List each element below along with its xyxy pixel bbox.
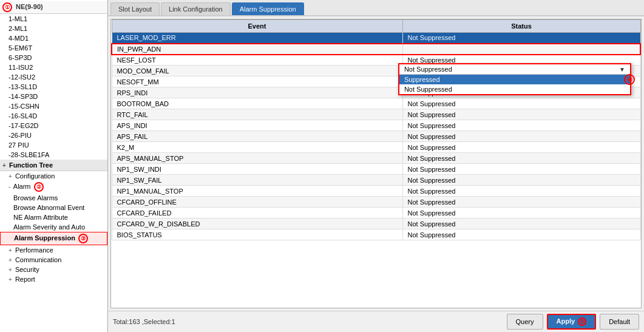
report-expand-icon: + bbox=[8, 276, 12, 283]
table-row[interactable]: APS_FAILNot Suppressed bbox=[112, 131, 640, 142]
function-tree-expand-icon: + bbox=[2, 162, 6, 169]
sidebar-item-14sp3d[interactable]: -14-SP3D bbox=[0, 92, 107, 101]
cell-status[interactable]: Not Suppressed bbox=[402, 98, 640, 109]
sidebar-item-communication[interactable]: + Communication bbox=[0, 255, 107, 265]
cell-event: NESOFT_MM bbox=[112, 76, 402, 87]
cell-status[interactable]: Not Suppressed bbox=[402, 120, 640, 131]
tab-slot-layout[interactable]: Slot Layout bbox=[110, 2, 160, 15]
security-expand-icon: + bbox=[8, 266, 12, 273]
cell-event: NESF_LOST bbox=[112, 55, 402, 66]
apply-button[interactable]: Apply ⑤ bbox=[547, 314, 597, 330]
sidebar-function-tree[interactable]: + Function Tree bbox=[0, 160, 107, 171]
alarm-suppression-table: Event Status LASER_MOD_ERRNot Suppressed… bbox=[111, 19, 641, 240]
table-row[interactable]: BOOTROM_BADNot Suppressed bbox=[112, 98, 640, 109]
tab-link-configuration[interactable]: Link Configuration bbox=[161, 2, 231, 15]
cell-status[interactable]: Not Suppressed bbox=[402, 175, 640, 186]
table-row[interactable]: CFCARD_FAILEDNot Suppressed bbox=[112, 208, 640, 219]
sidebar-ne-label[interactable]: ① NE(9-90) bbox=[0, 1, 107, 14]
cell-event: NP1_SW_FAIL bbox=[112, 175, 402, 186]
sidebar-item-13sl1d[interactable]: -13-SL1D bbox=[0, 82, 107, 92]
table-scroll[interactable]: Event Status LASER_MOD_ERRNot Suppressed… bbox=[111, 19, 641, 307]
cell-status[interactable]: Not Suppressed bbox=[402, 131, 640, 142]
cell-event: NP1_SW_INDI bbox=[112, 164, 402, 175]
status-dropdown[interactable]: Not Suppressed ▼ Suppressed Not Suppress… bbox=[398, 63, 631, 95]
cell-event: IN_PWR_ADN bbox=[112, 44, 402, 55]
alarm-expand-icon: - bbox=[8, 183, 10, 190]
annotation-2: ② bbox=[34, 182, 44, 192]
sidebar-item-11isu2[interactable]: 11-ISU2 bbox=[0, 63, 107, 72]
sidebar-item-configuration[interactable]: + Configuration bbox=[0, 171, 107, 181]
annotation-4: ④ bbox=[624, 74, 635, 85]
cell-event: BOOTROM_BAD bbox=[112, 98, 402, 109]
table-container: Event Status LASER_MOD_ERRNot Suppressed… bbox=[110, 19, 642, 308]
cell-event: MOD_COM_FAIL bbox=[112, 66, 402, 76]
annotation-1: ① bbox=[2, 2, 12, 12]
cell-event: CFCARD_FAILED bbox=[112, 208, 402, 219]
cell-status[interactable]: Not Suppressed bbox=[402, 164, 640, 175]
sidebar-item-17eg2d[interactable]: -17-EG2D bbox=[0, 121, 107, 130]
tab-alarm-suppression[interactable]: Alarm Suppression bbox=[232, 2, 304, 15]
cell-status[interactable]: Not Suppressed bbox=[402, 208, 640, 219]
table-row[interactable]: CFCARD_OFFLINENot Suppressed bbox=[112, 197, 640, 208]
cell-status[interactable]: Not Suppressed bbox=[402, 153, 640, 164]
dropdown-option-not-suppressed[interactable]: Not Suppressed bbox=[399, 84, 630, 94]
table-row[interactable]: LASER_MOD_ERRNot Suppressed bbox=[112, 33, 640, 44]
sidebar-item-4md1[interactable]: 4-MD1 bbox=[0, 33, 107, 43]
sidebar-item-security[interactable]: + Security bbox=[0, 265, 107, 274]
sidebar-item-browse-abnormal[interactable]: Browse Abnormal Event bbox=[0, 203, 107, 212]
table-row[interactable]: K2_MNot Suppressed bbox=[112, 142, 640, 153]
status-text: Total:163 ,Selected:1 bbox=[113, 318, 175, 325]
sidebar-item-report[interactable]: + Report bbox=[0, 274, 107, 284]
sidebar-item-15cshn[interactable]: -15-CSHN bbox=[0, 101, 107, 111]
sidebar-item-browse-alarms[interactable]: Browse Alarms bbox=[0, 193, 107, 203]
cell-status[interactable] bbox=[402, 44, 640, 55]
cell-event: LASER_MOD_ERR bbox=[112, 33, 402, 44]
annotation-3: ③ bbox=[78, 234, 88, 243]
table-row[interactable]: NP1_MANUAL_STOPNot Suppressed bbox=[112, 186, 640, 197]
cell-status[interactable]: Not Suppressed bbox=[402, 33, 640, 44]
sidebar-item-16sl4d[interactable]: -16-SL4D bbox=[0, 111, 107, 121]
bottom-bar: Total:163 ,Selected:1 Query Apply ⑤ Defa… bbox=[108, 311, 644, 332]
sidebar-item-12isu2[interactable]: -12-ISU2 bbox=[0, 72, 107, 82]
table-row[interactable]: CFCARD_W_R_DISABLEDNot Suppressed bbox=[112, 219, 640, 229]
default-button[interactable]: Default bbox=[600, 314, 639, 330]
sidebar-item-26piu[interactable]: -26-PIU bbox=[0, 130, 107, 140]
dropdown-current-value: Not Suppressed bbox=[404, 66, 452, 73]
main-content: Slot Layout Link Configuration Alarm Sup… bbox=[108, 0, 644, 332]
table-row[interactable]: NP1_SW_INDINot Suppressed bbox=[112, 164, 640, 175]
cell-status[interactable]: Not Suppressed bbox=[402, 142, 640, 153]
table-row[interactable]: IN_PWR_ADN bbox=[112, 44, 640, 55]
cell-status[interactable]: Not Suppressed bbox=[402, 229, 640, 240]
configuration-expand-icon: + bbox=[8, 173, 12, 180]
sidebar-item-27piu[interactable]: 27 PIU bbox=[0, 140, 107, 150]
dropdown-top-row[interactable]: Not Suppressed ▼ bbox=[399, 64, 630, 75]
sidebar-item-alarm[interactable]: - Alarm ② bbox=[0, 181, 107, 193]
table-row[interactable]: APS_MANUAL_STOPNot Suppressed bbox=[112, 153, 640, 164]
table-row[interactable]: APS_INDINot Suppressed bbox=[112, 120, 640, 131]
sidebar-item-28sl[interactable]: -28-SLBE1FA bbox=[0, 150, 107, 160]
sidebar-item-alarm-severity[interactable]: Alarm Severity and Auto bbox=[0, 222, 107, 232]
cell-event: APS_MANUAL_STOP bbox=[112, 153, 402, 164]
sidebar-item-6sp3d[interactable]: 6-SP3D bbox=[0, 53, 107, 63]
table-row[interactable]: RTC_FAILNot Suppressed bbox=[112, 109, 640, 120]
table-row[interactable]: BIOS_STATUSNot Suppressed bbox=[112, 229, 640, 240]
cell-status[interactable]: Not Suppressed bbox=[402, 109, 640, 120]
tab-bar: Slot Layout Link Configuration Alarm Sup… bbox=[108, 0, 644, 16]
sidebar-item-2ml1[interactable]: 2-ML1 bbox=[0, 24, 107, 33]
table-row[interactable]: NP1_SW_FAILNot Suppressed bbox=[112, 175, 640, 186]
annotation-4-badge: ④ bbox=[623, 74, 635, 85]
dropdown-option-suppressed[interactable]: Suppressed bbox=[399, 75, 630, 84]
cell-status[interactable]: Not Suppressed bbox=[402, 219, 640, 229]
sidebar-item-ne-alarm-attribute[interactable]: NE Alarm Attribute bbox=[0, 212, 107, 222]
cell-status[interactable]: Not Suppressed bbox=[402, 186, 640, 197]
cell-status[interactable]: Not Suppressed bbox=[402, 197, 640, 208]
dropdown-not-suppressed-label: Not Suppressed bbox=[404, 86, 452, 93]
bottom-buttons: Query Apply ⑤ Default bbox=[507, 314, 639, 330]
sidebar-item-1ml1[interactable]: 1-ML1 bbox=[0, 14, 107, 24]
sidebar-item-5em6t[interactable]: 5-EM6T bbox=[0, 43, 107, 53]
sidebar-item-performance[interactable]: + Performance bbox=[0, 245, 107, 255]
cell-event: K2_M bbox=[112, 142, 402, 153]
query-button[interactable]: Query bbox=[507, 314, 543, 330]
sidebar-item-alarm-suppression[interactable]: Alarm Suppression ③ bbox=[0, 232, 107, 245]
performance-expand-icon: + bbox=[8, 247, 12, 254]
